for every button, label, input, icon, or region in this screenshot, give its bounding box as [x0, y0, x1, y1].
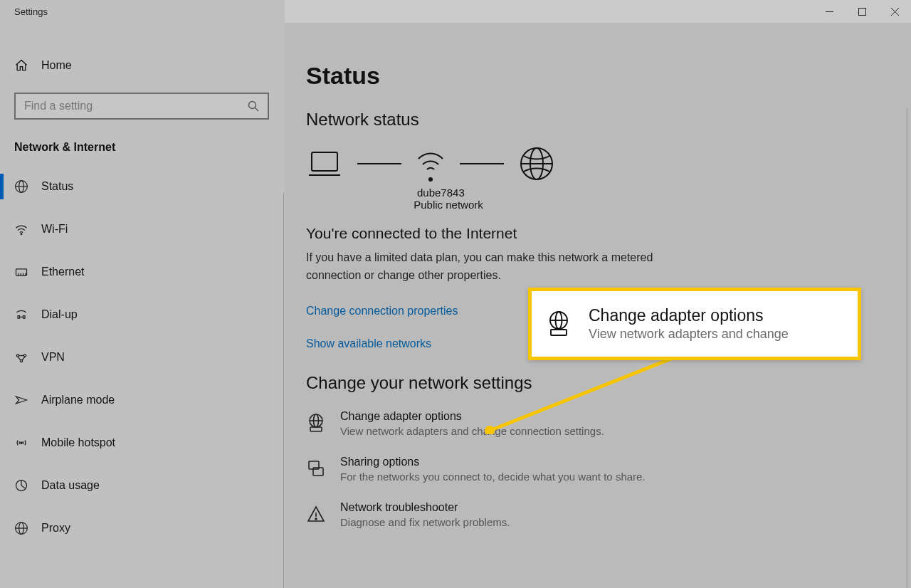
callout-annotation: Change adapter options View network adap…: [528, 288, 861, 360]
home-icon: [14, 58, 28, 73]
network-name: dube7843: [417, 187, 460, 199]
sidebar-category: Network & Internet: [0, 141, 285, 154]
option-desc: For the networks you connect to, decide …: [340, 471, 646, 483]
sidebar-item-label: Mobile hotspot: [41, 436, 115, 449]
connection-line-2: [460, 163, 504, 164]
scrollbar-track[interactable]: [906, 108, 908, 588]
option-change-adapter[interactable]: Change adapter options View network adap…: [306, 410, 890, 437]
data-usage-icon: [14, 478, 28, 493]
svg-line-19: [18, 357, 21, 360]
sharing-icon: [306, 458, 326, 478]
option-title: Sharing options: [340, 456, 646, 468]
svg-point-4: [249, 102, 256, 109]
adapter-icon: [544, 310, 573, 338]
sidebar-item-status[interactable]: Status: [0, 169, 285, 204]
sidebar-item-label: Airplane mode: [41, 394, 115, 406]
internet-globe-icon: [518, 145, 555, 182]
sidebar-item-proxy[interactable]: Proxy: [0, 511, 285, 545]
sidebar-item-label: Dial-up: [41, 308, 78, 321]
sidebar-item-dialup[interactable]: Dial-up: [0, 298, 285, 332]
svg-point-16: [16, 355, 19, 357]
option-desc: Diagnose and fix network problems.: [340, 516, 510, 528]
wifi-dot: [428, 177, 433, 182]
option-title: Network troubleshooter: [340, 501, 510, 514]
sidebar-item-label: Data usage: [41, 479, 100, 492]
svg-point-9: [21, 233, 22, 235]
proxy-icon: [14, 521, 28, 535]
ethernet-icon: [14, 265, 28, 279]
svg-line-20: [22, 357, 25, 360]
search-input[interactable]: [24, 100, 248, 112]
option-troubleshooter[interactable]: Network troubleshooter Diagnose and fix …: [306, 501, 890, 528]
maximize-button[interactable]: [846, 0, 878, 23]
connection-line: [357, 163, 401, 164]
adapter-icon: [306, 413, 326, 433]
svg-rect-35: [310, 427, 322, 431]
search-input-container[interactable]: [14, 93, 269, 120]
callout-title: Change adapter options: [589, 306, 789, 325]
close-button[interactable]: [878, 0, 911, 23]
titlebar: Settings: [0, 0, 911, 23]
sidebar-item-wifi[interactable]: Wi-Fi: [0, 212, 285, 246]
svg-point-22: [21, 442, 23, 444]
sidebar-item-hotspot[interactable]: Mobile hotspot: [0, 426, 285, 460]
dialup-icon: [14, 308, 28, 322]
svg-point-17: [23, 355, 26, 357]
wifi-icon: [14, 222, 28, 236]
sidebar-item-airplane[interactable]: Airplane mode: [0, 383, 285, 417]
page-title: Status: [306, 62, 890, 90]
minimize-button[interactable]: [813, 0, 846, 23]
sidebar-item-label: Ethernet: [41, 266, 84, 278]
hotspot-icon: [14, 436, 28, 450]
section-heading-change-settings: Change your network settings: [306, 373, 890, 393]
home-label: Home: [41, 59, 72, 72]
svg-rect-45: [551, 330, 567, 335]
sidebar: Home Network & Internet Status: [0, 23, 285, 588]
callout-desc: View network adapters and change: [589, 327, 789, 342]
airplane-icon: [14, 393, 28, 407]
option-sharing[interactable]: Sharing options For the networks you con…: [306, 456, 890, 483]
network-diagram-center: [416, 146, 446, 182]
sidebar-item-label: VPN: [41, 351, 65, 364]
vpn-icon: [14, 350, 28, 364]
option-title: Change adapter options: [340, 410, 604, 423]
settings-window: Settings Home: [0, 0, 911, 588]
connected-heading: You're connected to the Internet: [306, 225, 890, 242]
svg-rect-1: [858, 8, 865, 15]
window-title: Settings: [0, 0, 285, 23]
section-heading-network-status: Network status: [306, 110, 890, 130]
svg-point-39: [315, 518, 317, 520]
troubleshooter-icon: [306, 504, 326, 524]
sidebar-item-vpn[interactable]: VPN: [0, 340, 285, 374]
sidebar-item-ethernet[interactable]: Ethernet: [0, 255, 285, 289]
search-icon: [248, 100, 259, 112]
connected-description: If you have a limited data plan, you can…: [306, 249, 676, 285]
svg-rect-27: [312, 152, 337, 171]
sidebar-divider: [283, 192, 284, 588]
wifi-signal-icon: [416, 146, 446, 176]
sidebar-item-label: Status: [41, 180, 73, 193]
svg-line-5: [256, 108, 259, 112]
globe-icon: [14, 179, 28, 194]
sidebar-item-label: Proxy: [41, 522, 70, 535]
laptop-icon: [306, 145, 343, 182]
home-button[interactable]: Home: [14, 58, 270, 73]
sidebar-item-datausage[interactable]: Data usage: [0, 468, 285, 503]
network-diagram: [306, 145, 890, 182]
sidebar-item-label: Wi-Fi: [41, 223, 68, 236]
network-type: Public network: [391, 199, 505, 211]
option-desc: View network adapters and change connect…: [340, 425, 604, 437]
